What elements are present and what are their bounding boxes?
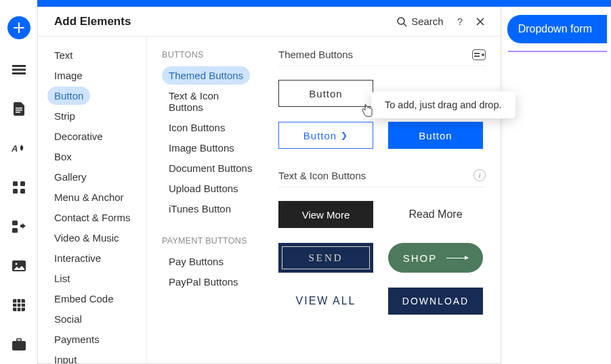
accent-underline	[508, 51, 607, 52]
cat-image[interactable]: Image	[47, 66, 89, 85]
svg-rect-12	[12, 228, 18, 233]
top-accent-bar	[37, 0, 611, 7]
ti-button-send[interactable]: SEND	[278, 243, 373, 273]
info-icon[interactable]: i	[473, 169, 486, 181]
ti-button-viewmore[interactable]: View More	[278, 201, 373, 228]
svg-rect-0	[12, 65, 26, 67]
cat-menu-anchor[interactable]: Menu & Anchor	[47, 188, 131, 206]
svg-rect-7	[13, 181, 18, 186]
svg-rect-1	[12, 69, 26, 71]
search-label: Search	[411, 16, 444, 27]
cat-contact-forms[interactable]: Contact & Forms	[47, 208, 138, 227]
section-icon[interactable]	[10, 61, 28, 78]
sub-head-payment: PAYMENT BUTTONS	[162, 236, 259, 246]
cat-input[interactable]: Input	[47, 350, 83, 363]
sub-icon-buttons[interactable]: Icon Buttons	[162, 118, 232, 137]
cat-button[interactable]: Button	[47, 87, 90, 105]
svg-rect-5	[16, 112, 20, 113]
svg-rect-2	[12, 72, 26, 74]
drag-drop-tooltip: To add, just drag and drop.	[371, 91, 515, 118]
sub-themed-buttons[interactable]: Themed Buttons	[162, 66, 250, 85]
subcategory-column: BUTTONS Themed Buttons Text & Icon Butto…	[146, 37, 265, 363]
cat-list[interactable]: List	[47, 269, 77, 288]
svg-point-23	[398, 18, 404, 24]
panel-title: Add Elements	[54, 15, 131, 28]
sub-image-buttons[interactable]: Image Buttons	[162, 139, 241, 157]
apps-icon[interactable]	[10, 179, 28, 196]
sub-head-buttons: BUTTONS	[162, 50, 259, 60]
ti-button-shop[interactable]: SHOP	[388, 243, 483, 273]
cat-gallery[interactable]: Gallery	[47, 168, 93, 186]
themed-buttons-heading: Themed Buttons	[278, 49, 353, 60]
add-element-button[interactable]	[7, 16, 30, 39]
chevron-right-icon: ❯	[341, 131, 348, 140]
svg-rect-3	[16, 108, 22, 109]
cat-interactive[interactable]: Interactive	[47, 249, 108, 267]
svg-point-14	[15, 263, 17, 265]
dropdown-form-label: Dropdown form	[518, 23, 592, 35]
svg-rect-10	[20, 189, 25, 194]
sub-itunes-button[interactable]: iTunes Button	[162, 200, 238, 218]
page-icon[interactable]	[10, 100, 28, 118]
themed-button-link[interactable]: Button ❯	[278, 122, 373, 149]
cat-text[interactable]: Text	[47, 46, 80, 64]
themed-button-primary[interactable]: Button	[388, 122, 483, 149]
svg-rect-4	[16, 110, 22, 111]
panel-header: Add Elements Search ?	[38, 7, 501, 37]
cat-embed-code[interactable]: Embed Code	[47, 290, 121, 308]
integrations-icon[interactable]	[10, 218, 28, 235]
svg-rect-20	[12, 341, 26, 350]
cat-social[interactable]: Social	[47, 310, 89, 328]
category-column: Text Image Button Strip Decorative Box G…	[38, 37, 146, 363]
add-elements-panel: Add Elements Search ? Text Image Button …	[37, 7, 501, 364]
svg-line-24	[404, 24, 406, 26]
cat-decorative[interactable]: Decorative	[47, 127, 110, 145]
close-icon[interactable]	[476, 18, 484, 26]
svg-rect-9	[13, 189, 18, 194]
cat-video-music[interactable]: Video & Music	[47, 229, 126, 247]
themed-button-outline[interactable]: Button	[278, 80, 373, 107]
cat-box[interactable]: Box	[47, 147, 79, 166]
dropdown-form-button[interactable]: Dropdown form	[507, 15, 607, 43]
data-icon[interactable]	[10, 296, 28, 314]
sub-document-buttons[interactable]: Document Buttons	[162, 159, 259, 177]
sub-paypal-buttons[interactable]: PayPal Buttons	[162, 273, 245, 291]
svg-rect-11	[12, 221, 18, 225]
svg-text:A: A	[12, 143, 18, 154]
search-icon	[396, 16, 407, 27]
sub-upload-buttons[interactable]: Upload Buttons	[162, 179, 245, 198]
cat-strip[interactable]: Strip	[47, 107, 82, 125]
svg-rect-22	[17, 340, 20, 341]
cat-payments[interactable]: Payments	[47, 330, 106, 348]
preview-column: Themed Buttons Button Button ❯ Button Te…	[265, 37, 501, 363]
svg-rect-8	[20, 181, 25, 186]
plus-icon	[13, 22, 25, 34]
design-icon[interactable]: A	[10, 139, 28, 157]
text-icon-buttons-grid: View More Read More SEND SHOP VIEW ALL D…	[278, 201, 486, 315]
sub-text-icon-buttons[interactable]: Text & Icon Buttons	[162, 87, 259, 116]
media-icon[interactable]	[10, 257, 28, 275]
ti-button-readmore[interactable]: Read More	[388, 201, 483, 228]
help-icon[interactable]: ?	[457, 16, 463, 27]
ai-badge-icon[interactable]	[472, 49, 486, 60]
svg-rect-15	[13, 299, 25, 311]
text-icon-buttons-heading: Text & Icon Buttons	[278, 170, 366, 181]
left-rail: A	[0, 0, 37, 364]
business-icon[interactable]	[10, 336, 28, 353]
ti-button-viewall[interactable]: VIEW ALL	[278, 288, 373, 315]
panel-search[interactable]: Search	[396, 16, 444, 27]
ti-button-download[interactable]: DOWNLOAD	[388, 288, 483, 315]
arrow-right-icon	[446, 258, 468, 258]
sub-pay-buttons[interactable]: Pay Buttons	[162, 252, 230, 271]
